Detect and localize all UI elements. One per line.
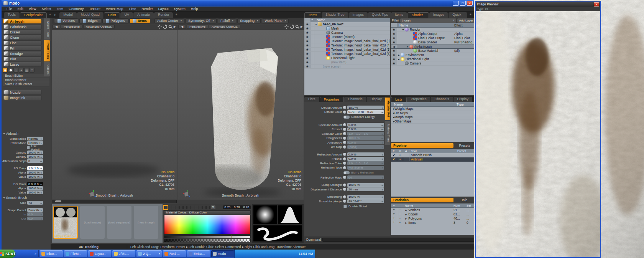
expand-arrow-icon[interactable]: ►	[405, 222, 407, 224]
load-image-slot[interactable]: (load image)	[80, 206, 105, 239]
visibility-eye-icon[interactable]	[391, 45, 398, 48]
color-swatch[interactable]	[187, 206, 191, 209]
item-tree-row[interactable]: (new scene)	[304, 64, 390, 69]
airbrush-section-header[interactable]: Airbrush	[2, 131, 44, 136]
visibility-eye-icon[interactable]	[391, 57, 397, 61]
panel-tab[interactable]: Items	[304, 12, 321, 18]
property-field[interactable]: 0.0	[27, 212, 43, 216]
visibility-eye-icon[interactable]	[304, 48, 310, 51]
property-field[interactable]: 100.0 %	[27, 186, 43, 190]
field-arrows-icon[interactable]	[381, 176, 384, 179]
item-tree-row[interactable]: Texture: Image: head_bake_final_02d (6)	[304, 52, 390, 56]
paint-tool-button[interactable]: Airbrush	[3, 19, 42, 24]
material-side-tab[interactable]: Material Trans	[385, 121, 390, 146]
item-tree-row[interactable]: Texture: Image: head_bake_final_02d (4)	[304, 43, 390, 48]
color-swatch[interactable]	[179, 206, 183, 209]
layout-tab[interactable]: +	[47, 12, 53, 18]
field-arrows-icon[interactable]	[39, 155, 43, 158]
start-button[interactable]: start	[0, 250, 15, 258]
property-field[interactable]: 0	[27, 159, 43, 163]
visible-dot-icon[interactable]: •	[397, 157, 403, 161]
expand-arrow-icon[interactable]: ▼	[401, 28, 405, 31]
close-button[interactable]: ✕	[467, 1, 473, 6]
procedural-tip-button[interactable]: ◇	[13, 68, 18, 73]
expand-arrow-icon[interactable]: ►	[397, 54, 401, 56]
property-field[interactable]: Normal	[27, 137, 43, 141]
shader-tree-row[interactable]: Alpha Output Alpha	[391, 32, 476, 36]
soft-brush-tip-button[interactable]	[3, 68, 8, 73]
use-falloff-row[interactable]: Use Falloff	[2, 146, 43, 150]
layout-tab[interactable]: Tools	[4, 12, 20, 18]
field-arrows-icon[interactable]	[39, 175, 43, 178]
visibility-eye-icon[interactable]	[391, 49, 397, 53]
tray-icon[interactable]	[255, 252, 259, 256]
add-column-header[interactable]: +	[310, 18, 314, 22]
property-field[interactable]: 0.0 %	[347, 157, 384, 161]
vertex-map-row[interactable]: ► Other Maps	[391, 119, 476, 124]
collapse-minus-button[interactable]: -	[397, 220, 403, 225]
viewport-more-icon[interactable]: ▶	[301, 25, 303, 28]
component-mode-button[interactable]: Edges	[79, 18, 101, 23]
property-field[interactable]: Smooth	[27, 208, 43, 212]
paint-tool-button[interactable]: Fill	[3, 46, 42, 51]
statistics-row[interactable]: + - ► Edges 61... ...	[391, 212, 476, 216]
shader-tree-row[interactable]: Camera	[391, 61, 476, 66]
property-field[interactable]: 1.0 1.0 1.0	[347, 132, 384, 136]
quick-launch-icon[interactable]	[17, 251, 22, 256]
sidebar-vertical-tab[interactable]: Utilities	[44, 62, 50, 77]
field-arrows-icon[interactable]	[381, 128, 384, 131]
tray-icon[interactable]	[259, 252, 263, 256]
expand-arrow-icon[interactable]: ►	[391, 112, 394, 114]
panel-tab[interactable]: Lists	[304, 97, 319, 102]
field-arrows-icon[interactable]	[381, 106, 384, 109]
channel-dot-icon[interactable]	[343, 184, 346, 187]
visibility-eye-icon[interactable]	[304, 52, 310, 56]
property-field[interactable]: 64	[347, 175, 384, 179]
panel-tab[interactable]: Images	[429, 12, 449, 18]
expand-plus-button[interactable]: +	[391, 216, 397, 220]
field-arrows-icon[interactable]	[381, 124, 384, 126]
conserve-energy-row[interactable]: Conserve Energy	[304, 115, 384, 119]
visibility-eye-icon[interactable]	[391, 53, 397, 57]
blurry-reflection-toggle[interactable]	[343, 171, 350, 174]
visibility-eye-icon[interactable]	[391, 36, 397, 40]
taskbar-button[interactable]: modo	[211, 250, 234, 257]
color-swatch[interactable]	[195, 206, 198, 209]
expand-arrow-icon[interactable]: ►	[391, 108, 394, 110]
field-arrows-icon[interactable]	[39, 213, 43, 216]
add-layer-button[interactable]: Add Layer	[457, 18, 475, 23]
command-input[interactable]	[322, 238, 474, 242]
ink-tool-button[interactable]: Nozzle	[3, 90, 42, 95]
panel-tab[interactable]: Properties	[320, 97, 344, 102]
field-arrows-icon[interactable]	[39, 183, 43, 185]
menu-item[interactable]: Help	[188, 7, 201, 11]
shader-tree-row[interactable]: Base Material (all)	[391, 49, 476, 53]
value-marker[interactable]	[232, 235, 232, 238]
collapse-minus-button[interactable]: -	[397, 216, 403, 220]
pan-icon[interactable]	[158, 25, 162, 29]
vertex-map-row[interactable]: ► Morph Maps	[391, 115, 476, 119]
visibility-eye-icon[interactable]	[304, 39, 310, 43]
panel-tab[interactable]: Channels	[344, 97, 366, 102]
zoom-icon[interactable]	[295, 25, 299, 29]
tray-icon[interactable]	[263, 252, 267, 256]
taskbar-button[interactable]: 2 Q... ▾	[136, 250, 162, 257]
layout-tab[interactable]: Animate	[133, 12, 154, 18]
menu-item[interactable]: File	[4, 7, 15, 11]
visibility-eye-icon[interactable]	[304, 64, 310, 68]
color-value-field[interactable]: 0.78 0.78 0.78	[223, 205, 251, 209]
preview-close-button[interactable]: ✕	[594, 2, 599, 7]
color-swatch[interactable]	[202, 206, 206, 209]
panel-tab[interactable]: Properties	[407, 97, 430, 102]
sidebar-vertical-tab[interactable]: Paint Tools	[44, 40, 50, 61]
property-field[interactable]: 100.0 %	[27, 170, 43, 174]
viewport-right[interactable]: ◀ Perspective Advanced OpenGL ▶ No Items…	[177, 24, 304, 200]
panel-tab[interactable]: Display	[367, 97, 386, 102]
toolbar-dropdown[interactable]: Snapping ▾	[237, 18, 261, 23]
image-preview-window[interactable]: Image Preview ✕ Type: Cl...	[475, 1, 601, 258]
layout-tab[interactable]: +	[173, 12, 179, 18]
selected-image-thumbnail[interactable]: head_bake_fi ... 2048 x 2048, ...	[53, 206, 78, 239]
tray-icon[interactable]	[276, 252, 280, 256]
expand-arrow-icon[interactable]: ►	[406, 45, 409, 48]
visibility-eye-icon[interactable]	[304, 43, 310, 47]
